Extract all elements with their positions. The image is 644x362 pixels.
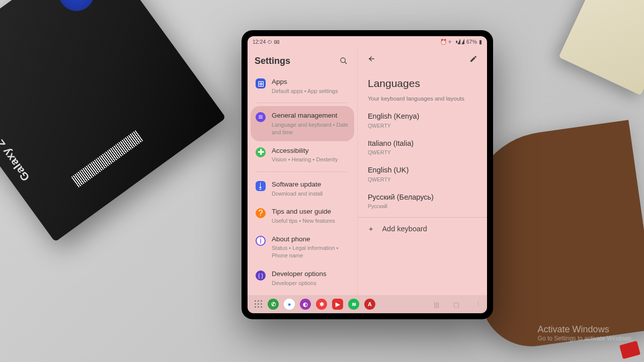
settings-item-about-phone[interactable]: i About phone Status • Legal information… [251,230,354,264]
setting-title: Tips and user guide [272,207,349,216]
settings-title: Settings [255,56,290,66]
setting-sub: Default apps • App settings [272,87,349,95]
setting-title: Developer options [272,269,349,279]
nav-home-icon[interactable]: ▢ [453,301,459,308]
setting-title: General management [272,111,349,120]
language-layout: QWERTY [368,123,477,129]
language-item[interactable]: English (Kenya) QWERTY [358,107,487,134]
browser-app-icon[interactable]: ◐ [300,299,311,310]
language-name: English (UK) [368,165,477,175]
status-battery: 67% [466,39,477,45]
phone-app-icon[interactable]: ✆ [268,299,279,310]
languages-pane: Languages Your keyboard languages and la… [358,47,487,295]
box-barcode [70,130,143,188]
setting-sub: Useful tips • New features [272,217,349,225]
apps-drawer-icon[interactable] [255,300,263,308]
setting-title: Apps [272,77,349,86]
settings-item-apps[interactable]: ⊞ Apps Default apps • App settings [251,72,354,100]
add-keyboard-button[interactable]: + Add keyboard [358,218,487,240]
settings-item-general-management[interactable]: ≡ General management Language and keyboa… [251,106,354,141]
languages-header [358,47,487,65]
box-badge [52,0,101,18]
languages-subtitle: Your keyboard languages and layouts [358,93,487,107]
settings-pane: Settings ⊞ Apps Default apps • App setti… [248,47,358,295]
settings-item-software-update[interactable]: ⭳ Software update Download and install [251,175,354,202]
status-left: 12:24 ⏲ ✉ [253,39,280,45]
setting-sub: Vision • Hearing • Dexterity [272,156,349,163]
svg-point-0 [341,58,345,62]
search-icon[interactable] [337,54,350,67]
phone-screen: 12:24 ⏲ ✉ ⏰ ᯤ ▮◢ ◢ 67% ▮ Settings [248,36,487,313]
language-name: Русский (Беларусь) [368,193,477,203]
settings-item-developer-options[interactable]: { } Developer options Developer options [251,264,354,292]
watermark-title: Activate Windows [538,324,633,335]
content-split: Settings ⊞ Apps Default apps • App setti… [248,47,487,295]
settings-item-accessibility[interactable]: ✚ Accessibility Vision • Hearing • Dexte… [251,141,354,168]
divider [257,103,348,103]
dock: ✆ ● ◐ ✱ ▶ ≋ A ||| ▢ 〈 [248,295,487,313]
software-update-icon: ⭳ [256,181,266,191]
back-icon[interactable] [365,52,378,65]
accessibility-icon: ✚ [256,147,266,157]
spotify-app-icon[interactable]: ≋ [348,299,359,310]
setting-sub: Language and keyboard • Date and time [272,121,349,136]
language-name: Italiano (Italia) [368,139,477,149]
status-right-icons: ⏰ ᯤ ▮◢ ◢ [440,39,464,45]
box-label: Galaxy Z Fold6 [0,109,32,184]
battery-icon: ▮ [479,39,482,45]
about-phone-icon: i [256,236,266,246]
plus-icon: + [369,225,373,233]
language-item[interactable]: English (UK) QWERTY [358,160,487,188]
pdf-app-icon[interactable]: A [364,299,375,310]
nav-recent-icon[interactable]: ||| [434,301,439,308]
phone-frame: 12:24 ⏲ ✉ ⏰ ᯤ ▮◢ ◢ 67% ▮ Settings [242,30,493,319]
watermark-sub: Go to Settings to activate Windows. [538,335,633,342]
language-layout: QWERTY [368,149,477,155]
developer-options-icon: { } [256,270,266,281]
navigation-bar: ||| ▢ 〈 [434,300,480,309]
language-layout: QWERTY [368,176,477,183]
edit-icon[interactable] [467,52,480,65]
general-management-icon: ≡ [256,112,266,122]
add-keyboard-label: Add keyboard [382,225,427,233]
language-name: English (Kenya) [368,112,477,122]
divider [257,171,348,172]
status-left-icons: ⏲ ✉ [267,39,280,45]
settings-list[interactable]: ⊞ Apps Default apps • App settings ≡ Gen… [248,72,357,295]
language-item[interactable]: Italiano (Italia) QWERTY [358,134,487,161]
settings-item-tips[interactable]: ? Tips and user guide Useful tips • New … [251,202,354,229]
settings-header: Settings [248,47,357,72]
setting-title: About phone [272,235,349,244]
setting-sub: Status • Legal information • Phone name [272,244,349,259]
language-layout: Русский [368,203,477,209]
svg-line-1 [345,62,347,64]
nav-back-icon[interactable]: 〈 [473,300,480,309]
messages-app-icon[interactable]: ● [284,299,295,310]
youtube-app-icon[interactable]: ▶ [332,299,343,310]
tips-icon: ? [256,208,266,218]
apps-icon: ⊞ [256,78,266,88]
status-bar: 12:24 ⏲ ✉ ⏰ ᯤ ▮◢ ◢ 67% ▮ [248,36,487,47]
languages-title: Languages [358,65,487,93]
setting-sub: Download and install [272,190,349,198]
gallery-app-icon[interactable]: ✱ [316,299,327,310]
setting-title: Software update [272,180,349,189]
status-time: 12:24 [253,39,266,45]
windows-watermark: Activate Windows Go to Settings to activ… [538,324,633,342]
setting-title: Accessibility [272,146,349,155]
setting-sub: Developer options [272,280,349,287]
language-item[interactable]: Русский (Беларусь) Русский [358,188,487,215]
status-right: ⏰ ᯤ ▮◢ ◢ 67% ▮ [440,39,482,45]
